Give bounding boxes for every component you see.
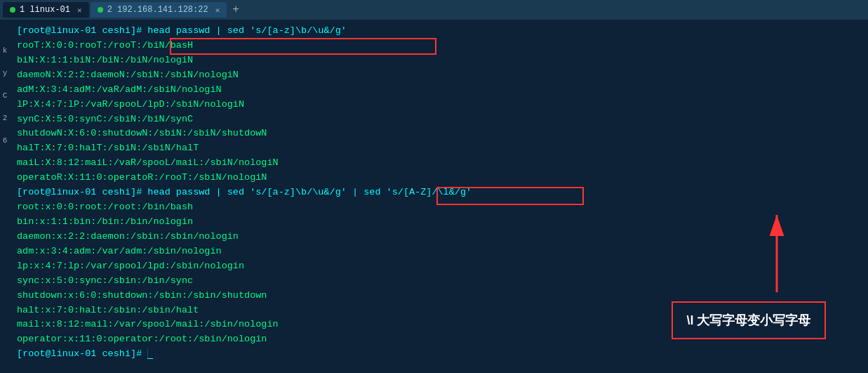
terminal-line: daemoN:X:2:2:daemoN:/sbiN:/sbiN/nologiN — [17, 68, 861, 83]
terminal-line: synC:X:5:0:synC:/sbiN:/biN/synC — [17, 112, 861, 127]
terminal-prompt: [root@linux-01 ceshi]# █ — [17, 347, 861, 362]
terminal-line: halT:X:7:0:halT:/sbiN:/sbiN/halT — [17, 141, 861, 156]
terminal-line: [root@linux-01 ceshi]# head passwd | sed… — [17, 24, 861, 39]
tab-add-button[interactable]: + — [228, 4, 243, 16]
terminal-line: root:x:0:0:root:/root:/bin/bash — [17, 200, 861, 215]
annotation-text: \l 大写字母变小写字母 — [686, 312, 810, 329]
sidebar-char-c: C — [3, 91, 8, 100]
sidebar-char-2: 2 — [3, 114, 8, 122]
terminal-line: rooT:X:0:0:rooT:/rooT:/biN/basH — [17, 39, 861, 53]
tab-bar: 1 linux-01 ✕ 2 192.168.141.128:22 ✕ + — [0, 0, 868, 20]
terminal-line: biN:X:1:1:biN:/biN:/biN/nologiN — [17, 53, 861, 68]
sidebar-char-k: k — [3, 46, 8, 55]
sidebar-char-y: y — [3, 69, 8, 77]
tab-close-1[interactable]: ✕ — [77, 6, 82, 15]
terminal-area: k y C 2 6 [root@linux-01 ceshi]# head pa… — [0, 20, 868, 373]
terminal-line: adM:X:3:4:adM:/vaR/adM:/sbiN/nologiN — [17, 83, 861, 98]
terminal-line: operatoR:X:11:0:operatoR:/rooT:/sbiN/nol… — [17, 171, 861, 185]
terminal-line: lp:x:4:7:lp:/var/spool/lpd:/sbin/nologin — [17, 259, 861, 274]
terminal-line: sync:x:5:0:sync:/sbin:/bin/sync — [17, 274, 861, 289]
tab-dot-1 — [10, 7, 15, 13]
terminal-line: daemon:x:2:2:daemon:/sbin:/sbin/nologin — [17, 230, 861, 244]
sidebar-indicators: k y C 2 6 — [0, 39, 10, 373]
annotation-box: \l 大写字母变小写字母 — [672, 301, 826, 339]
terminal-line: lP:X:4:7:lP:/vaR/spooL/lpD:/sbiN/nologiN — [17, 98, 861, 112]
tab-ssh[interactable]: 2 192.168.141.128:22 ✕ — [91, 2, 227, 18]
tab-label-2: 2 192.168.141.128:22 — [107, 5, 208, 15]
terminal-line: bin:x:1:1:bin:/bin:/bin/nologin — [17, 215, 861, 230]
tab-close-2[interactable]: ✕ — [215, 6, 220, 15]
tab-dot-2 — [98, 7, 103, 13]
tab-label-1: 1 linux-01 — [20, 5, 70, 15]
sidebar-char-6: 6 — [3, 136, 8, 145]
terminal-line: maiL:X:8:12:maiL:/vaR/spooL/maiL:/sbiN/n… — [17, 156, 861, 171]
terminal-line: shutdowN:X:6:0:shutdowN:/sbiN:/sbiN/shut… — [17, 126, 861, 141]
tab-linux-01[interactable]: 1 linux-01 ✕ — [3, 2, 89, 18]
terminal-line: adm:x:3:4:adm:/var/adm:/sbin/nologin — [17, 244, 861, 259]
terminal-line: [root@linux-01 ceshi]# head passwd | sed… — [17, 185, 861, 200]
